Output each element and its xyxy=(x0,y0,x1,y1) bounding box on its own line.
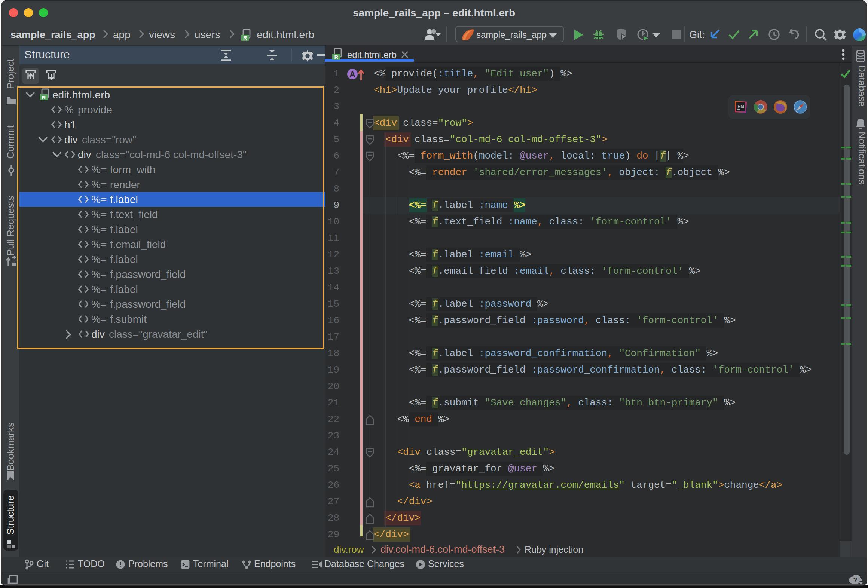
svg-text:R: R xyxy=(334,54,339,60)
svg-text:R: R xyxy=(243,35,247,41)
svg-text:RM: RM xyxy=(737,104,744,108)
svg-text:A: A xyxy=(349,70,355,79)
svg-text:R: R xyxy=(42,94,46,101)
svg-text:?: ? xyxy=(853,576,858,584)
